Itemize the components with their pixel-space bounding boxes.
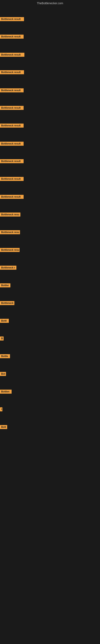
bottleneck-result-label: Bottleneck resu bbox=[0, 230, 20, 234]
bottleneck-result-label: Bottle bbox=[0, 354, 10, 358]
bottleneck-result-label: Bottleneck result bbox=[0, 17, 24, 21]
bottleneck-result-label: Bott bbox=[0, 425, 7, 429]
bottleneck-result-label: Bottl bbox=[0, 319, 9, 323]
bottleneck-result-label: I bbox=[0, 407, 2, 411]
bottleneck-result-label: Bot bbox=[0, 372, 6, 376]
bottleneck-result-label: B bbox=[0, 336, 3, 340]
bottleneck-result-label: Bottleneck result bbox=[0, 142, 24, 146]
site-title: TheBottlenecker.com bbox=[0, 0, 100, 6]
bottleneck-result-label: Bottleneck bbox=[0, 301, 14, 305]
bottleneck-result-label: Bottleneck r bbox=[0, 266, 16, 270]
bottleneck-result-label: Bottler bbox=[0, 283, 10, 288]
bottleneck-result-label: Bottleneck result bbox=[0, 159, 24, 163]
bottleneck-result-label: Bottleneck result bbox=[0, 124, 24, 128]
bottleneck-result-label: Bottleneck result bbox=[0, 106, 24, 110]
bottleneck-result-label: Bottlen bbox=[0, 390, 12, 394]
bottleneck-result-label: Bottleneck result bbox=[0, 177, 24, 181]
bottleneck-result-label: Bottleneck result bbox=[0, 195, 24, 199]
bottleneck-result-label: Bottleneck result bbox=[0, 88, 24, 92]
bottleneck-result-label: Bottleneck result bbox=[0, 34, 24, 39]
bottleneck-result-label: Bottleneck result bbox=[0, 53, 24, 57]
bottleneck-result-label: Bottleneck resu bbox=[0, 248, 20, 252]
bottleneck-result-label: Bottleneck resu bbox=[0, 212, 20, 216]
bottleneck-result-label: Bottleneck result bbox=[0, 70, 24, 74]
